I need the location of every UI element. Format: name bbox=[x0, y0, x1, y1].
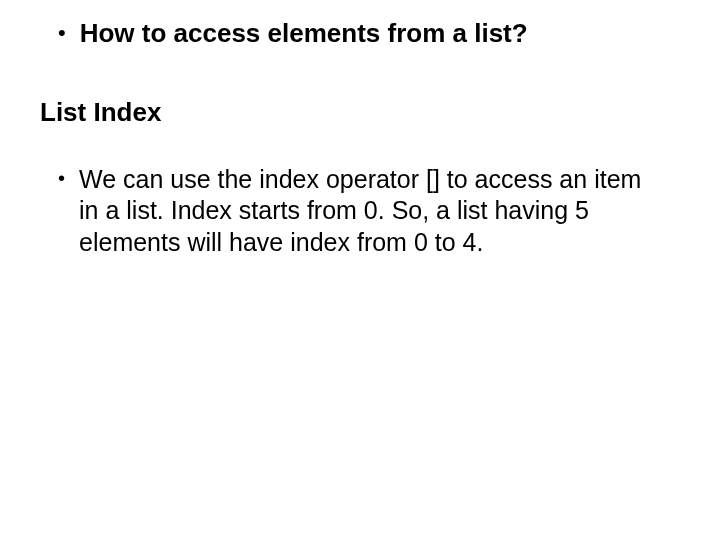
heading-bullet-row: • How to access elements from a list? bbox=[40, 18, 680, 49]
subheading: List Index bbox=[40, 97, 680, 128]
bullet-icon: • bbox=[58, 164, 65, 192]
bullet-icon: • bbox=[58, 18, 66, 48]
body-bullet-row: • We can use the index operator [] to ac… bbox=[40, 164, 680, 258]
heading-question: How to access elements from a list? bbox=[80, 18, 528, 49]
body-text: We can use the index operator [] to acce… bbox=[79, 164, 649, 258]
